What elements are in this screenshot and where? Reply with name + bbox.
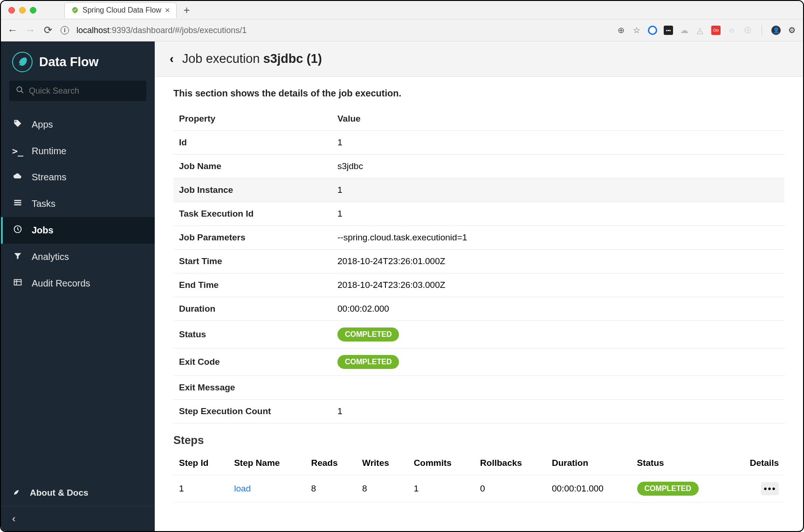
bookmark-star-icon[interactable]: ☆ [632, 26, 641, 35]
nav-reload-button[interactable]: ⟳ [43, 24, 53, 36]
sidebar-item-label: Apps [32, 119, 53, 130]
sidebar-item-jobs[interactable]: Jobs [1, 217, 155, 244]
extension-circle-icon[interactable]: ○ [727, 26, 736, 35]
extension-cast-icon[interactable]: ⦾ [743, 26, 752, 35]
sidebar-item-audit-records[interactable]: Audit Records [1, 270, 155, 297]
extension-triangle-icon[interactable]: ◬ [695, 26, 705, 35]
browser-chrome: Spring Cloud Data Flow × + ← → ⟳ i local… [1, 1, 803, 41]
step-status: COMPLETED [632, 475, 730, 503]
sidebar-item-tasks[interactable]: Tasks [1, 191, 155, 217]
step-reads: 8 [305, 475, 357, 503]
spring-leaf-icon [12, 52, 33, 72]
step-duration: 00:00:01.000 [546, 475, 632, 503]
content: This section shows the details of the jo… [155, 77, 803, 514]
steps-header: Status [632, 451, 730, 475]
details-table: Property Value Id1Job Names3jdbcJob Inst… [173, 107, 784, 423]
steps-header: Details [730, 451, 784, 475]
new-tab-button[interactable]: + [177, 4, 196, 17]
status-badge: COMPLETED [337, 355, 399, 369]
step-writes: 8 [357, 475, 408, 503]
toolbar-divider [762, 25, 762, 35]
svg-point-0 [17, 87, 22, 92]
minimize-window-button[interactable] [19, 7, 26, 14]
maximize-window-button[interactable] [30, 7, 36, 14]
page-title-prefix: Job execution [182, 52, 263, 66]
tab-title: Spring Cloud Data Flow [82, 6, 161, 14]
svg-point-2 [15, 121, 17, 123]
sidebar-item-label: Tasks [32, 198, 55, 209]
table-row: Start Time2018-10-24T23:26:01.000Z [173, 250, 784, 273]
property-value [332, 376, 784, 400]
browser-tab[interactable]: Spring Cloud Data Flow × [64, 2, 177, 18]
nav-forward-button[interactable]: → [25, 24, 35, 36]
steps-table: Step IdStep NameReadsWritesCommitsRollba… [173, 451, 784, 503]
sidebar-item-runtime[interactable]: >_Runtime [1, 138, 155, 164]
section-description: This section shows the details of the jo… [173, 88, 784, 99]
table-row: Task Execution Id1 [173, 202, 784, 226]
status-badge: COMPLETED [637, 482, 699, 496]
page-title-strong: s3jdbc (1) [263, 52, 322, 66]
sidebar-item-label: Streams [32, 172, 66, 183]
extension-blue-ring-icon[interactable] [648, 26, 657, 35]
property-value: s3jdbc [332, 155, 784, 178]
extension-dark-icon[interactable]: ••• [664, 26, 673, 35]
page-header: ‹ Job execution s3jdbc (1) [155, 41, 803, 77]
sidebar-about[interactable]: About & Docs [1, 479, 155, 506]
steps-header: Reads [305, 451, 357, 475]
sidebar-item-apps[interactable]: Apps [1, 111, 155, 138]
url-path: :9393/dashboard/#/jobs/executions/1 [110, 26, 247, 35]
site-info-icon[interactable]: i [61, 26, 69, 34]
property-value: 2018-10-24T23:26:03.000Z [332, 273, 784, 297]
property-value: COMPLETED [332, 348, 784, 376]
table-row: Job Parameters--spring.cloud.task.execut… [173, 226, 784, 250]
chevron-left-icon: ‹ [12, 513, 15, 525]
property-name: Start Time [173, 250, 332, 273]
extension-cloud-icon[interactable]: ☁ [680, 26, 689, 35]
sidebar-collapse-button[interactable]: ‹ [1, 506, 155, 532]
svg-rect-3 [14, 200, 21, 201]
property-name: Id [173, 131, 332, 155]
url-text[interactable]: localhost:9393/dashboard/#/jobs/executio… [76, 26, 609, 35]
table-row: Exit Message [173, 376, 784, 400]
step-id: 1 [173, 475, 228, 503]
back-button[interactable]: ‹ [170, 52, 174, 66]
svg-rect-5 [14, 204, 21, 205]
sidebar-item-streams[interactable]: Streams [1, 164, 155, 191]
sidebar: Data Flow Apps>_RuntimeStreamsTasksJobsA… [1, 41, 155, 532]
property-name: End Time [173, 273, 332, 297]
app-root: Data Flow Apps>_RuntimeStreamsTasksJobsA… [1, 41, 803, 532]
table-row: Step Execution Count1 [173, 400, 784, 423]
browser-menu-icon[interactable]: ⚙ [787, 26, 797, 35]
table-row: Duration00:00:02.000 [173, 297, 784, 321]
close-window-button[interactable] [8, 7, 15, 14]
search-input[interactable] [29, 86, 140, 96]
extension-red-icon[interactable]: On [711, 26, 721, 35]
step-name[interactable]: load [228, 475, 305, 503]
table-row: Id1 [173, 131, 784, 155]
tab-close-icon[interactable]: × [165, 6, 170, 15]
property-name: Job Name [173, 155, 332, 178]
nav-back-button[interactable]: ← [7, 24, 18, 36]
tab-strip: Spring Cloud Data Flow × + [1, 1, 803, 20]
browser-toolbar-icons: ⊕ ☆ ••• ☁ ◬ On ○ ⦾ 👤 ⚙ [616, 25, 797, 35]
zoom-icon[interactable]: ⊕ [616, 26, 625, 35]
sidebar-item-label: Jobs [32, 225, 54, 236]
search-box[interactable] [9, 81, 146, 101]
table-row: Job Names3jdbc [173, 155, 784, 178]
steps-header: Writes [357, 451, 408, 475]
step-details-button[interactable]: ••• [761, 482, 779, 495]
step-rollbacks: 0 [474, 475, 546, 503]
table-row: 1load881000:00:01.000COMPLETED••• [173, 475, 784, 503]
profile-avatar-icon[interactable]: 👤 [771, 26, 781, 35]
svg-line-1 [21, 91, 23, 93]
svg-rect-7 [14, 280, 21, 285]
sidebar-item-analytics[interactable]: Analytics [1, 244, 155, 270]
page-title: Job execution s3jdbc (1) [182, 52, 322, 66]
table-row: Exit CodeCOMPLETED [173, 348, 784, 376]
brand[interactable]: Data Flow [1, 41, 155, 81]
cloud-icon [12, 171, 23, 183]
property-name: Exit Message [173, 376, 332, 400]
status-badge: COMPLETED [337, 327, 399, 341]
terminal-icon: >_ [12, 145, 23, 157]
property-value: 1 [332, 202, 784, 226]
